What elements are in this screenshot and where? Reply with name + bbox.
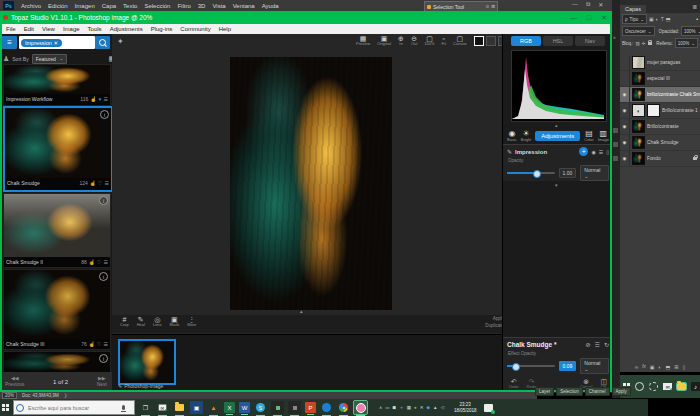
taskbar-clock[interactable]: 23:23 18/05/2018: [454, 402, 477, 413]
trash-icon[interactable]: ▯: [606, 149, 609, 155]
layer-effects-icon[interactable]: fx: [642, 364, 646, 370]
disable-effect-icon[interactable]: ⊘: [586, 341, 591, 348]
ps-menu-edicion[interactable]: Edición: [48, 3, 68, 9]
topaz-menu-adjustments[interactable]: Adjustments: [110, 26, 143, 32]
tab-apply[interactable]: Apply: [612, 387, 631, 396]
zoom-100-button[interactable]: ▢100%: [424, 35, 434, 47]
info-icon[interactable]: i: [99, 354, 108, 363]
visibility-toggle[interactable]: ◉: [620, 135, 630, 150]
tray-icon[interactable]: ✕: [420, 405, 424, 410]
visibility-eye-icon[interactable]: ◉: [591, 149, 595, 155]
layer-name[interactable]: Chalk Smudge: [647, 140, 700, 145]
expand-chevron-icon[interactable]: ▾: [555, 182, 558, 188]
topaz-minimize-button[interactable]: —: [570, 14, 577, 21]
thumbs-up-icon[interactable]: ☝: [89, 259, 95, 265]
heart-icon[interactable]: ♡: [97, 341, 101, 347]
heart-icon[interactable]: ♡: [97, 259, 101, 265]
topaz-menu-edit[interactable]: Edit: [24, 26, 34, 32]
topaz-menu-tools[interactable]: Tools: [88, 26, 102, 32]
layer-name[interactable]: Brillo/contraste: [647, 124, 700, 129]
photos-app-button[interactable]: ▣: [190, 401, 203, 414]
effect-card-selected[interactable]: i Chalk Smudge 124☝♡☰: [3, 106, 113, 192]
effect-opacity-value[interactable]: 0.09: [559, 361, 577, 371]
panel-menu-icon[interactable]: ☰: [599, 149, 603, 155]
layer-name[interactable]: brillo/contraste Chalk Smudge II: [647, 92, 700, 97]
docked-panel-icon[interactable]: [613, 128, 618, 133]
next-page-button[interactable]: ▶▶Next: [97, 376, 107, 387]
ps-menu-ventana[interactable]: Ventana: [233, 3, 255, 9]
adjustments-button[interactable]: Adjustments: [535, 131, 580, 141]
topaz-maximize-button[interactable]: □: [587, 14, 591, 21]
layer-row[interactable]: mujer paraguas: [620, 55, 700, 71]
filter-shape-icon[interactable]: ⬒: [666, 16, 671, 22]
tray-icon[interactable]: ◆: [427, 405, 430, 410]
action-center-icon[interactable]: [484, 404, 493, 412]
tray-icon[interactable]: ●: [414, 405, 417, 410]
ps-minimize-button[interactable]: —: [572, 1, 578, 8]
filter-adjustment-icon[interactable]: ◐: [656, 16, 659, 22]
edge-button[interactable]: [320, 401, 333, 414]
layer-row[interactable]: especial III: [620, 71, 700, 87]
canvas-button[interactable]: ▢Canvas: [453, 35, 467, 47]
color-button[interactable]: ▤Color: [584, 130, 594, 142]
layer-mask-thumbnail[interactable]: [647, 104, 660, 117]
basic-button[interactable]: ◉Basic: [507, 130, 517, 142]
tray-network-icon[interactable]: ▲: [433, 405, 437, 410]
layer-row[interactable]: ◉ Fondo: [620, 151, 700, 167]
tray-icon[interactable]: ＋: [399, 405, 404, 410]
new-group-icon[interactable]: ⬒: [666, 364, 671, 370]
effect-card[interactable]: i Chalk Smudge II 88☝♡☰: [3, 193, 111, 268]
more-tools-button[interactable]: ⋮More: [187, 316, 196, 328]
ps-menu-seleccion[interactable]: Selección: [144, 3, 170, 9]
effects-search-input[interactable]: Impression ✕: [19, 36, 95, 49]
public-user-icon[interactable]: ♟: [3, 55, 9, 63]
image-button[interactable]: ▥Image: [598, 130, 609, 142]
excel-button[interactable]: X: [224, 402, 235, 413]
lock-transparency-icon[interactable]: ▨: [636, 41, 640, 46]
visibility-toggle[interactable]: ◉: [620, 87, 630, 102]
mail-icon[interactable]: ✉: [663, 383, 672, 390]
crop-tool-button[interactable]: #Crop: [120, 316, 129, 328]
tab-hsl[interactable]: HSL: [543, 36, 573, 46]
blend-mode-select[interactable]: Normal ⌄: [580, 165, 609, 181]
powerpoint-button[interactable]: P: [305, 402, 316, 413]
layer-row[interactable]: ◉ ◐ Brillo/contraste 1: [620, 103, 700, 119]
ps-menu-3d[interactable]: 3D: [198, 3, 206, 9]
dark-app-button[interactable]: [288, 401, 301, 414]
search-tag-chip[interactable]: Impression ✕: [21, 39, 62, 47]
layer-name[interactable]: Fondo: [647, 156, 691, 161]
thumbs-up-icon[interactable]: ☝: [90, 96, 96, 102]
layers-tab[interactable]: Capas: [620, 5, 646, 13]
layer-name[interactable]: especial III: [647, 76, 700, 81]
opacity-slider[interactable]: [507, 172, 555, 174]
tab-channel[interactable]: Channel: [585, 387, 610, 396]
card-menu-icon[interactable]: ☰: [105, 180, 109, 186]
layer-row[interactable]: ◉ Brillo/contraste: [620, 119, 700, 135]
vlc-button[interactable]: ▲: [207, 401, 220, 414]
layer-thumbnail[interactable]: [632, 120, 645, 133]
visibility-toggle[interactable]: ◉: [620, 119, 630, 134]
topaz-titlebar[interactable]: Topaz Studio V1.10.1 - Photoshop image @…: [0, 11, 615, 24]
info-icon[interactable]: i: [99, 272, 108, 281]
topaz-menu-help[interactable]: Help: [219, 26, 231, 32]
opacity-value[interactable]: 100% ⌄: [681, 26, 700, 36]
cortana-icon[interactable]: [635, 382, 644, 391]
start-button[interactable]: [2, 404, 9, 411]
lens-tool-button[interactable]: ◎Lens: [153, 316, 162, 328]
vs-button[interactable]: [271, 401, 284, 414]
ps-restore-button[interactable]: ⧉: [586, 1, 590, 8]
adjustment-layer-icon[interactable]: ◐: [632, 104, 645, 117]
ps-menu-capa[interactable]: Capa: [102, 3, 116, 9]
lock-all-icon[interactable]: [648, 42, 652, 45]
thumbs-up-icon[interactable]: ☝: [89, 341, 95, 347]
layer-thumbnail[interactable]: [632, 88, 645, 101]
effect-card[interactable]: i Chalk Smudge III 76☝♡☰: [3, 269, 111, 350]
layer-thumbnail[interactable]: [632, 152, 645, 165]
topaz-menu-view[interactable]: View: [42, 26, 55, 32]
preview-button[interactable]: ▦Preview: [356, 35, 370, 47]
add-mask-icon[interactable]: ▣: [650, 364, 655, 370]
layer-name[interactable]: mujer paraguas: [647, 60, 700, 65]
brightness-button[interactable]: ☀Bright: [521, 130, 531, 142]
layer-thumbnail[interactable]: [632, 72, 645, 85]
info-icon[interactable]: i: [100, 110, 109, 119]
